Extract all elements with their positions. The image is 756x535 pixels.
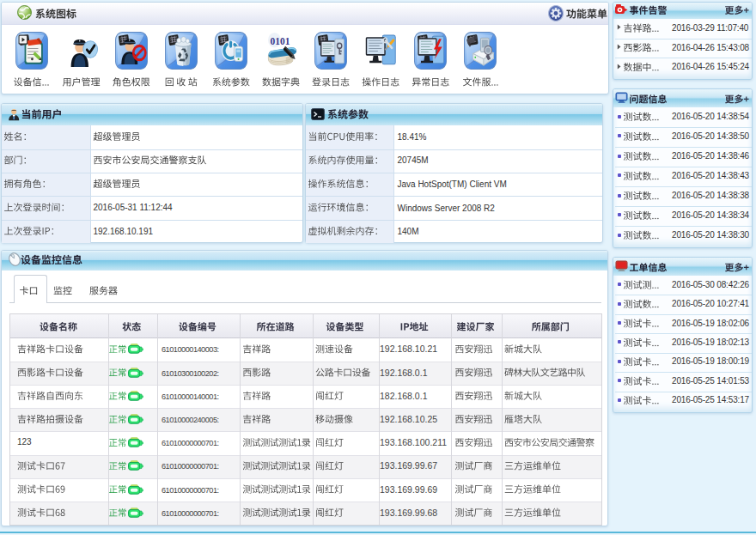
svg-text:0101: 0101 [271,34,290,47]
